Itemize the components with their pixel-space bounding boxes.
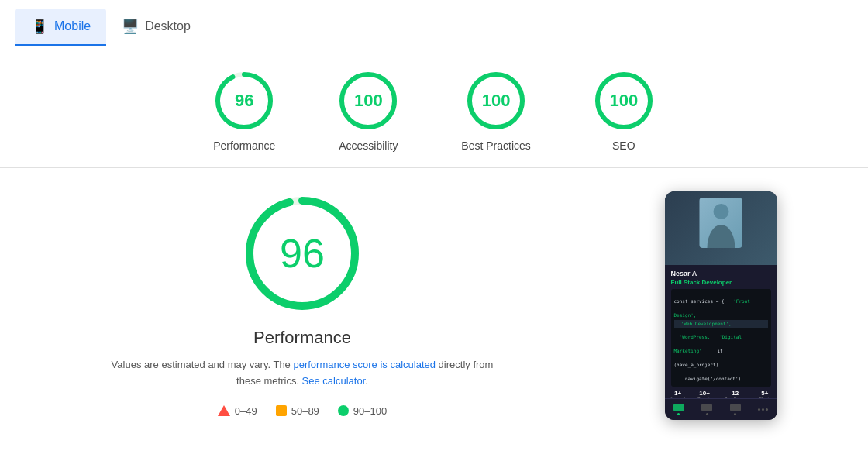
score-circle-best-practices: 100 <box>465 70 527 132</box>
tab-desktop-label: Desktop <box>145 19 191 33</box>
score-performance: 96 Performance <box>213 70 275 152</box>
performance-score-link[interactable]: performance score is calculated <box>293 359 436 370</box>
large-score-label: Performance <box>253 328 351 348</box>
calculator-link[interactable]: See calculator <box>302 375 366 387</box>
high-indicator <box>338 405 349 416</box>
main-content: 96 Performance Values are estimated and … <box>0 168 868 443</box>
legend-high-range: 90–100 <box>353 405 387 417</box>
legend-medium: 50–89 <box>276 405 319 417</box>
score-circle-seo: 100 <box>593 70 655 132</box>
stat-years-num: 1+ <box>671 390 685 397</box>
legend: 0–49 50–89 90–100 <box>218 405 387 417</box>
score-seo: 100 SEO <box>593 70 655 152</box>
desktop-icon: 🖥️ <box>122 18 139 35</box>
tab-desktop[interactable]: 🖥️ Desktop <box>106 9 206 46</box>
device-content: Nesar A Full Stack Developer const servi… <box>665 265 777 406</box>
legend-low-range: 0–49 <box>235 405 257 417</box>
code-line-4: 'WordPress, <box>674 334 711 339</box>
code-line-1: const services = { <box>674 298 725 304</box>
code-line-8: navigate('/contact') <box>674 376 742 381</box>
device-person-title: Full Stack Developer <box>671 279 771 286</box>
home-nav-icon <box>673 404 684 411</box>
description-start: Values are estimated and may vary. The <box>112 359 294 370</box>
device-code-block: const services = { 'Front Design', 'Web … <box>671 289 771 387</box>
device-nav-home <box>673 404 684 415</box>
legend-medium-range: 50–89 <box>291 405 319 417</box>
device-preview: Nesar A Full Stack Developer const servi… <box>665 191 777 420</box>
left-panel: 96 Performance Values are estimated and … <box>31 191 574 420</box>
best-practices-score-value: 100 <box>482 91 511 111</box>
node-nav-icon <box>701 404 712 411</box>
code-line-3: 'Web Development', <box>674 320 768 328</box>
medium-indicator <box>276 405 287 416</box>
seo-score-value: 100 <box>609 91 638 111</box>
score-circle-performance: 96 <box>213 70 275 132</box>
stat-projects-num: 10+ <box>698 390 711 397</box>
scores-row: 96 Performance 100 Accessibility 100 Bes… <box>0 46 868 168</box>
tab-bar: 📱 Mobile 🖥️ Desktop <box>0 0 868 46</box>
device-nav <box>665 398 777 420</box>
code-line-6 <box>705 348 708 353</box>
large-score-value: 96 <box>280 230 325 277</box>
mobile-icon: 📱 <box>31 18 48 35</box>
best-practices-label: Best Practices <box>461 139 530 152</box>
performance-score-value: 96 <box>235 91 253 111</box>
performance-label: Performance <box>213 139 275 152</box>
settings-nav-dot <box>734 413 736 415</box>
device-nav-node <box>701 404 712 415</box>
right-panel: Nesar A Full Stack Developer const servi… <box>604 191 837 420</box>
description-end: . <box>365 375 368 387</box>
description-text: Values are estimated and may vary. The p… <box>108 357 496 390</box>
low-indicator <box>218 405 230 416</box>
accessibility-label: Accessibility <box>339 139 398 152</box>
legend-low: 0–49 <box>218 405 257 417</box>
more-dots <box>758 408 768 411</box>
tab-mobile-label: Mobile <box>54 19 91 33</box>
home-nav-dot <box>677 413 680 415</box>
dot2 <box>762 408 764 411</box>
score-accessibility: 100 Accessibility <box>337 70 399 152</box>
dot1 <box>758 408 760 411</box>
device-person-name: Nesar A <box>671 270 771 277</box>
accessibility-score-value: 100 <box>354 91 383 111</box>
node-nav-dot <box>706 413 708 415</box>
avatar <box>700 198 742 248</box>
stat-opensource-num: 12 <box>725 390 746 397</box>
legend-high: 90–100 <box>338 405 387 417</box>
seo-label: SEO <box>612 139 636 152</box>
stat-clients-num: 5+ <box>759 390 770 397</box>
large-score-circle: 96 <box>240 191 364 315</box>
settings-nav-icon <box>730 404 741 411</box>
device-nav-settings <box>730 404 741 415</box>
device-nav-more <box>758 408 768 411</box>
score-best-practices: 100 Best Practices <box>461 70 530 152</box>
dot3 <box>766 408 768 411</box>
score-circle-accessibility: 100 <box>337 70 399 132</box>
tab-mobile[interactable]: 📱 Mobile <box>16 9 106 46</box>
device-header <box>665 191 777 265</box>
